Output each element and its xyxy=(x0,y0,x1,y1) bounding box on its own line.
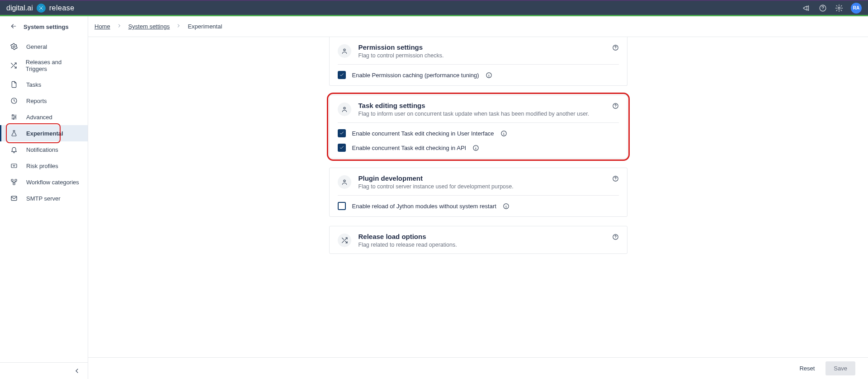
scroll-area[interactable]: Permission settings Flag to control perm… xyxy=(88,37,868,357)
brand: digital.ai release xyxy=(6,4,75,13)
clock-icon xyxy=(10,97,18,105)
content: Home System settings Experimental Permis… xyxy=(88,16,868,379)
sidebar-item-risk-profiles[interactable]: Risk profiles xyxy=(0,158,88,174)
card-title: Task editing settings xyxy=(359,102,590,109)
svg-rect-14 xyxy=(11,179,13,181)
ticket-icon xyxy=(10,162,18,170)
person-icon xyxy=(338,44,351,58)
svg-point-22 xyxy=(344,107,345,109)
sidebar-item-advanced[interactable]: Advanced xyxy=(0,109,88,125)
setting-label: Enable Permission caching (performance t… xyxy=(352,72,479,79)
settings-icon[interactable] xyxy=(835,4,844,13)
breadcrumb-current: Experimental xyxy=(188,23,222,30)
breadcrumb-home[interactable]: Home xyxy=(94,23,110,30)
breadcrumb: Home System settings Experimental xyxy=(88,16,868,37)
sidebar-item-label: Notifications xyxy=(26,146,58,153)
sidebar-item-label: Advanced xyxy=(26,114,52,121)
svg-rect-13 xyxy=(11,164,17,168)
info-icon[interactable] xyxy=(500,130,507,137)
reset-button[interactable]: Reset xyxy=(799,365,815,372)
sidebar-item-smtp-server[interactable]: SMTP server xyxy=(0,190,88,206)
setting-row-task-edit-ui: Enable concurrent Task edit checking in … xyxy=(330,123,627,144)
chevron-right-icon xyxy=(176,23,181,30)
card-subtitle: Flag to control server instance used for… xyxy=(359,183,514,190)
info-icon[interactable] xyxy=(486,72,492,79)
card-release-load-options: Release load options Flag related to rel… xyxy=(329,226,627,254)
svg-rect-16 xyxy=(13,183,15,185)
card-help-icon[interactable] xyxy=(612,175,619,183)
person-icon xyxy=(338,103,351,116)
card-title: Plugin development xyxy=(359,174,514,182)
svg-point-7 xyxy=(838,7,840,9)
svg-point-27 xyxy=(344,180,345,182)
sidebar-item-label: Experimental xyxy=(26,130,63,137)
svg-point-24 xyxy=(615,107,616,108)
sidebar-footer xyxy=(0,362,88,379)
brand-main: digital.ai xyxy=(6,4,33,12)
back-arrow-icon[interactable] xyxy=(10,23,17,31)
sidebar-item-experimental[interactable]: Experimental xyxy=(0,125,88,141)
sidebar-item-label: Workflow categories xyxy=(26,179,79,186)
help-icon[interactable] xyxy=(818,4,827,13)
bell-icon xyxy=(10,145,18,154)
svg-point-10 xyxy=(12,115,14,116)
sidebar-item-releases-triggers[interactable]: Releases and Triggers xyxy=(0,55,88,76)
brand-icon xyxy=(37,4,46,13)
svg-point-1 xyxy=(39,6,40,7)
setting-label: Enable concurrent Task edit checking in … xyxy=(352,145,467,151)
mail-icon xyxy=(10,194,18,202)
sidebar-item-notifications[interactable]: Notifications xyxy=(0,141,88,158)
sidebar-item-general[interactable]: General xyxy=(0,38,88,55)
sidebar-item-workflow-categories[interactable]: Workflow categories xyxy=(0,174,88,190)
svg-point-6 xyxy=(823,9,823,10)
collapse-sidebar-icon[interactable] xyxy=(72,366,81,375)
brand-product: release xyxy=(49,4,75,12)
card-title: Release load options xyxy=(359,233,457,240)
checkbox-jython-reload[interactable] xyxy=(338,202,346,210)
sidebar-item-label: Tasks xyxy=(26,81,41,88)
svg-point-4 xyxy=(42,9,43,10)
info-icon[interactable] xyxy=(472,145,479,151)
checkbox-permission-caching[interactable] xyxy=(338,71,346,79)
sidebar-item-label: SMTP server xyxy=(26,195,61,202)
top-bar: digital.ai release RA xyxy=(0,0,868,16)
gear-icon xyxy=(10,42,18,51)
flask-icon xyxy=(10,129,18,137)
setting-row-jython-reload: Enable reload of Jython modules without … xyxy=(330,196,627,216)
card-help-icon[interactable] xyxy=(612,103,619,111)
sidebar: System settings General Releases and Tri… xyxy=(0,16,88,379)
card-title: Permission settings xyxy=(359,43,444,51)
workflow-icon xyxy=(10,178,18,186)
sidebar-item-reports[interactable]: Reports xyxy=(0,93,88,109)
svg-point-11 xyxy=(14,117,16,118)
shuffle-icon xyxy=(338,234,351,247)
top-bar-actions: RA xyxy=(802,3,862,14)
info-icon[interactable] xyxy=(503,203,509,210)
sidebar-item-label: Risk profiles xyxy=(26,163,58,169)
card-help-icon[interactable] xyxy=(612,234,619,242)
action-bar: Reset Save xyxy=(88,357,868,379)
card-subtitle: Flag to inform user on concurrent task u… xyxy=(359,111,590,117)
avatar[interactable]: RA xyxy=(851,3,862,14)
save-button[interactable]: Save xyxy=(826,361,855,375)
card-subtitle: Flag related to release read operations. xyxy=(359,242,457,248)
setting-label: Enable concurrent Task edit checking in … xyxy=(352,130,494,137)
card-help-icon[interactable] xyxy=(612,44,619,52)
announce-icon[interactable] xyxy=(802,4,811,13)
sidebar-item-tasks[interactable]: Tasks xyxy=(0,76,88,93)
svg-point-0 xyxy=(40,7,42,9)
card-plugin-development: Plugin development Flag to control serve… xyxy=(329,168,627,217)
svg-point-20 xyxy=(615,49,616,49)
card-permission-settings: Permission settings Flag to control perm… xyxy=(329,37,627,86)
svg-point-2 xyxy=(42,6,43,7)
sidebar-item-label: General xyxy=(26,43,47,50)
svg-rect-15 xyxy=(15,179,17,181)
svg-point-12 xyxy=(13,118,14,120)
breadcrumb-system-settings[interactable]: System settings xyxy=(128,23,170,30)
checkbox-task-edit-api[interactable] xyxy=(338,144,346,152)
card-task-editing-settings: Task editing settings Flag to inform use… xyxy=(329,95,627,159)
person-icon xyxy=(338,175,351,189)
svg-point-32 xyxy=(615,238,616,239)
setting-row-task-edit-api: Enable concurrent Task edit checking in … xyxy=(330,144,627,158)
checkbox-task-edit-ui[interactable] xyxy=(338,129,346,137)
